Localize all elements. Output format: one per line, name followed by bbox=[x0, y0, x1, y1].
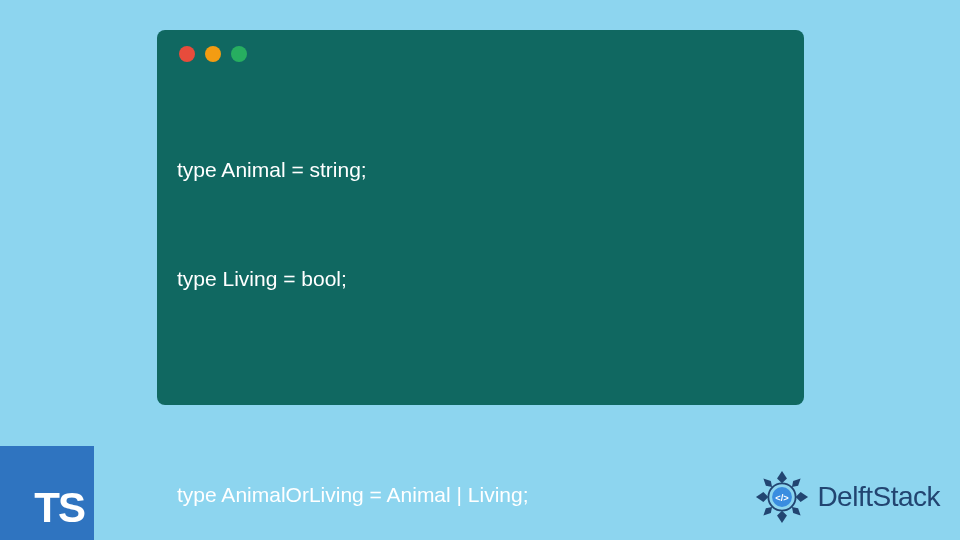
brand-logo-container: </> DelftStack bbox=[751, 466, 940, 528]
code-line bbox=[177, 369, 784, 405]
window-traffic-lights bbox=[179, 46, 784, 62]
code-line: type AnimalOrLiving = Animal | Living; bbox=[177, 477, 784, 513]
close-icon bbox=[179, 46, 195, 62]
code-window: type Animal = string; type Living = bool… bbox=[157, 30, 804, 405]
code-line: type Animal = string; bbox=[177, 152, 784, 188]
code-line: type Living = bool; bbox=[177, 261, 784, 297]
minimize-icon bbox=[205, 46, 221, 62]
brand-label: DelftStack bbox=[817, 481, 940, 513]
typescript-badge-label: TS bbox=[34, 484, 84, 532]
typescript-badge: TS bbox=[0, 446, 94, 540]
svg-text:</>: </> bbox=[776, 493, 790, 503]
maximize-icon bbox=[231, 46, 247, 62]
code-content: type Animal = string; type Living = bool… bbox=[177, 80, 784, 540]
brand-icon: </> bbox=[751, 466, 813, 528]
